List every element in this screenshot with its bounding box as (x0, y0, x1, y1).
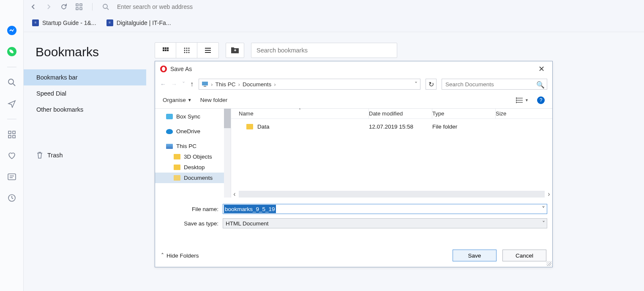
sidebar-item-bookmarks-bar[interactable]: Bookmarks bar (24, 69, 146, 85)
column-date[interactable]: Date modified (369, 109, 432, 118)
whatsapp-icon[interactable] (6, 46, 18, 58)
svg-rect-13 (80, 4, 82, 6)
view-options-icon[interactable]: ▼ (516, 97, 529, 103)
sidebar-item-other-bookmarks[interactable]: Other bookmarks (24, 102, 146, 118)
send-icon[interactable] (6, 98, 18, 110)
svg-point-26 (188, 48, 189, 49)
tab-label: Digitalguide | IT-Fa... (117, 19, 171, 26)
svg-point-32 (188, 52, 189, 53)
breadcrumb[interactable]: › This PC › Documents › ˅ (199, 79, 420, 90)
address-bar[interactable] (117, 3, 638, 10)
scroll-left-icon[interactable]: ‹ (231, 191, 238, 198)
close-icon[interactable]: ✕ (535, 63, 547, 75)
horizontal-scrollbar[interactable]: ‹ › (231, 191, 552, 198)
pc-icon (166, 144, 173, 149)
file-list-header: Name Date modified Type Size (231, 109, 552, 119)
page-title: Bookmarks (35, 45, 99, 59)
cloud-icon (166, 129, 173, 134)
trash-icon (36, 151, 43, 159)
add-folder-button[interactable] (226, 43, 244, 58)
browser-toolbar (24, 0, 644, 12)
file-name-value: bookmarks_9_5_19 (224, 205, 276, 213)
save-button[interactable]: Save (453, 250, 497, 261)
tree-item-3d-objects[interactable]: 3D Objects (155, 151, 231, 162)
toolbar-divider (92, 3, 93, 11)
svg-point-27 (184, 50, 185, 51)
grid-small-icon[interactable] (176, 43, 197, 58)
sidebar-item-speed-dial[interactable]: Speed Dial (24, 85, 146, 102)
dialog-footer: ˄ Hide Folders Save Cancel (155, 244, 552, 267)
crumb-this-pc[interactable]: This PC (216, 81, 236, 88)
tab-digitalguide[interactable]: ≡ Digitalguide | IT-Fa... (106, 19, 171, 26)
chevron-right-icon: › (211, 81, 213, 88)
new-folder-button[interactable]: New folder (200, 97, 228, 103)
refresh-icon[interactable]: ↻ (426, 79, 437, 90)
rail-divider (7, 119, 16, 119)
chevron-down-icon[interactable]: ˅ (542, 205, 545, 213)
svg-rect-21 (163, 49, 164, 51)
search-icon[interactable] (102, 3, 109, 11)
svg-rect-19 (165, 47, 166, 49)
grid-large-icon[interactable] (155, 43, 176, 58)
nav-back-icon[interactable]: ← (160, 81, 166, 88)
explorer-toolbar: Organise▼ New folder ▼ ? (155, 92, 552, 109)
search-documents-input[interactable] (442, 79, 547, 90)
hide-folders-button[interactable]: ˄ Hide Folders (161, 252, 199, 259)
column-size[interactable]: Size (496, 109, 552, 118)
sidebar-item-trash[interactable]: Trash (24, 147, 146, 163)
scroll-track[interactable] (239, 191, 545, 198)
list-icon[interactable] (197, 43, 218, 58)
trash-label: Trash (47, 152, 63, 159)
news-icon[interactable] (6, 171, 18, 183)
tree-item-this-pc[interactable]: This PC (155, 141, 231, 151)
chevron-down-icon: ▼ (188, 98, 192, 102)
organise-menu[interactable]: Organise▼ (163, 97, 192, 103)
rail-divider (7, 67, 16, 67)
nav-up-icon[interactable]: ↑ (190, 80, 194, 88)
file-name-input[interactable]: bookmarks_9_5_19 ˅ (223, 204, 547, 214)
svg-rect-15 (80, 8, 82, 10)
search-bookmarks-input[interactable] (251, 43, 397, 58)
view-mode-group (155, 42, 219, 58)
svg-rect-20 (167, 47, 169, 49)
svg-point-2 (8, 79, 14, 84)
help-icon[interactable]: ? (537, 96, 545, 104)
resize-grip-icon[interactable] (546, 261, 551, 266)
speed-dial-icon[interactable] (6, 129, 18, 140)
svg-rect-38 (202, 82, 208, 85)
scroll-right-icon[interactable]: › (546, 191, 552, 198)
chevron-right-icon: › (238, 81, 240, 88)
box-icon (166, 114, 173, 119)
file-name-label: File name: (160, 206, 223, 212)
file-row[interactable]: Data 12.07.2019 15:58 File folder (231, 119, 552, 132)
save-type-select[interactable]: HTML Document ˅ (223, 218, 547, 228)
search-icon[interactable] (6, 77, 18, 88)
tree-item-onedrive[interactable]: OneDrive (155, 126, 231, 137)
file-browser: Box Sync OneDrive This PC 3D Objects Des… (155, 109, 552, 198)
svg-point-45 (516, 102, 517, 103)
bookmarks-page: Bookmarks Bookmarks bar Speed Dial Other… (24, 32, 644, 291)
chevron-down-icon: ˅ (542, 220, 545, 227)
messenger-icon[interactable] (6, 25, 18, 36)
chevron-down-icon[interactable]: ˅ (182, 81, 185, 88)
folder-icon (174, 165, 180, 170)
tree-item-desktop[interactable]: Desktop (155, 162, 231, 173)
reload-icon[interactable] (60, 3, 68, 11)
tree-item-box-sync[interactable]: Box Sync (155, 111, 231, 122)
column-type[interactable]: Type (432, 109, 496, 118)
cancel-button[interactable]: Cancel (502, 250, 546, 261)
apps-icon[interactable] (75, 3, 83, 11)
tree-scrollbar-thumb[interactable] (224, 109, 231, 128)
tree-item-documents[interactable]: Documents (155, 173, 231, 183)
heart-icon[interactable] (6, 150, 18, 162)
svg-rect-8 (8, 174, 16, 180)
history-icon[interactable] (6, 192, 18, 204)
crumb-documents[interactable]: Documents (243, 81, 271, 88)
forward-icon[interactable] (45, 3, 52, 11)
back-icon[interactable] (30, 3, 37, 11)
svg-rect-18 (163, 47, 164, 49)
tab-startup-guide[interactable]: ≡ Startup Guide - 1&... (32, 19, 96, 26)
nav-forward-icon[interactable]: → (171, 81, 177, 88)
chevron-down-icon[interactable]: ˅ (415, 81, 418, 88)
svg-rect-39 (204, 86, 206, 87)
